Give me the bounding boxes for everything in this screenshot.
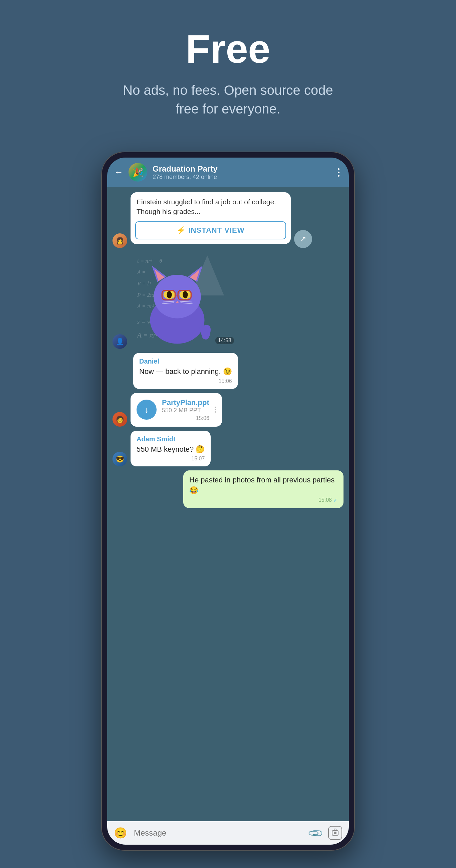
time-value: 15:08 [318,497,332,503]
phone-wrapper: ← 🎉 Graduation Party 278 members, 42 onl… [101,152,355,850]
emoji-button[interactable]: 😊 [114,827,127,839]
article-text: Einstein struggled to find a job out of … [130,192,291,221]
file-name: PartyPlan.ppt [162,398,209,407]
instant-view-button[interactable]: ⚡ INSTANT VIEW [135,221,286,239]
message-text: 550 MB keynote? 🤔 [136,444,205,455]
phone-inner: ← 🎉 Graduation Party 278 members, 42 onl… [107,158,349,845]
sticker-container: t = πr² θ A = V = l³ h P = 2πr A = πr² s… [130,252,237,349]
chat-header: ← 🎉 Graduation Party 278 members, 42 onl… [107,158,349,187]
outgoing-bubble: He pasted in photos from all previous pa… [183,470,343,508]
cat-sticker [141,262,214,345]
file-download-icon[interactable]: ↓ [136,400,157,420]
svg-point-8 [166,291,172,299]
avatar: 🧑 [113,412,127,427]
delivered-icon: ✓ [333,497,337,503]
hero-section: Free No ads, no fees. Open source code f… [0,0,456,138]
hero-subtitle: No ads, no fees. Open source code free f… [111,81,345,118]
message-time: 15:06 [139,378,232,384]
svg-point-9 [183,291,188,299]
chat-body: 👩 Einstein struggled to find a job out o… [107,187,349,821]
phone-outer: ← 🎉 Graduation Party 278 members, 42 onl… [101,152,355,850]
more-dot [338,172,339,173]
message-text: Now — back to planning. 😉 [139,367,232,377]
svg-point-1 [154,275,201,318]
message-bubble: Adam Smidt 550 MB keynote? 🤔 15:07 [130,431,211,467]
group-name: Graduation Party [153,164,330,174]
message-time: 15:08 ✓ [189,497,337,503]
article-card: Einstein struggled to find a job out of … [130,192,291,244]
avatar: 👤 [113,334,127,349]
message-row: 😎 Adam Smidt 550 MB keynote? 🤔 15:07 [113,431,343,467]
hero-title: Free [13,27,443,71]
message-row: 🧑 ↓ PartyPlan.ppt 550.2 MB PPT 15:06 [113,393,343,427]
file-info: PartyPlan.ppt 550.2 MB PPT 15:06 [162,398,209,421]
sticker-time: 14:58 [215,337,234,344]
message-input[interactable] [134,828,302,838]
article-message: Einstein struggled to find a job out of … [130,192,291,248]
camera-button[interactable] [328,826,342,840]
message-text: He pasted in photos from all previous pa… [189,475,337,496]
back-button[interactable]: ← [114,167,123,178]
message-time: 15:06 [162,415,209,421]
avatar: 👩 [113,234,127,248]
chat-info: Graduation Party 278 members, 42 online [153,164,330,181]
camera-icon [332,830,338,836]
message-sender: Daniel [139,358,232,365]
avatar: 😎 [113,452,127,466]
sticker-message-row: 👤 t = πr² θ A = V = l³ h P = 2πr A = πr²… [113,252,343,349]
share-button[interactable]: ↗ [294,230,312,248]
message-row: 👩 Einstein struggled to find a job out o… [113,192,343,248]
message-time: 15:07 [136,456,205,462]
file-size: 550.2 MB PPT [162,407,209,414]
attach-button[interactable]: 📎 [307,825,324,842]
message-bubble: Daniel Now — back to planning. 😉 15:06 [133,353,238,389]
file-bubble: ↓ PartyPlan.ppt 550.2 MB PPT 15:06 [130,393,222,427]
instant-view-label: INSTANT VIEW [188,226,244,235]
group-meta: 278 members, 42 online [153,174,330,181]
bolt-icon: ⚡ [177,226,186,235]
group-avatar: 🎉 [128,163,147,182]
more-dot [338,175,339,177]
input-bar: 😊 📎 [107,821,349,845]
file-more-button[interactable] [215,407,216,413]
more-dot [338,168,339,170]
message-row: Daniel Now — back to planning. 😉 15:06 [113,353,343,389]
message-row-outgoing: He pasted in photos from all previous pa… [113,470,343,508]
message-sender: Adam Smidt [136,435,205,443]
more-menu-button[interactable] [335,165,342,179]
